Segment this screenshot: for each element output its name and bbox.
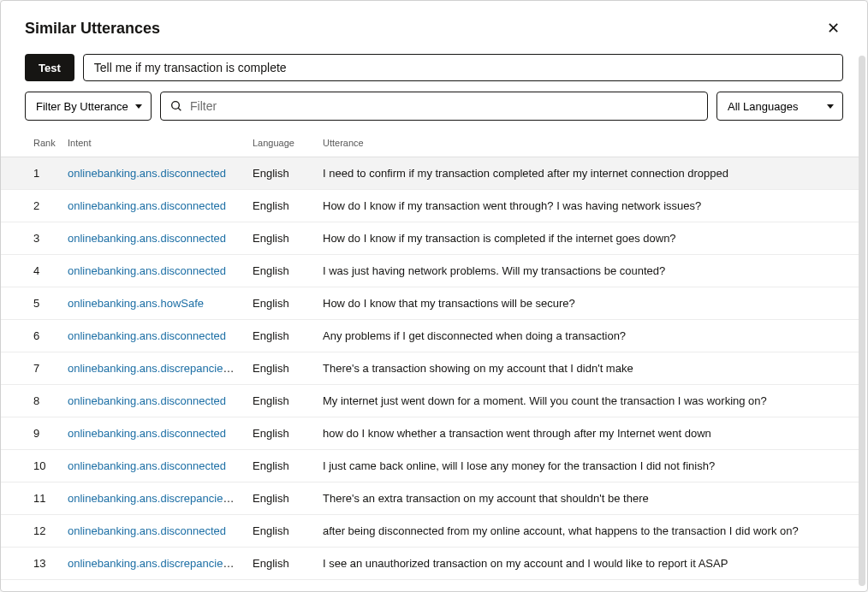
cell-utterance: There's an extra transaction on my accou… [316, 482, 859, 515]
table-row[interactable]: 4onlinebanking.ans.disconnectedEnglishI … [1, 255, 859, 287]
intent-link[interactable]: onlinebanking.ans.disconnected [68, 232, 226, 245]
intent-link[interactable]: onlinebanking.ans.howSafe [68, 297, 204, 310]
cell-rank: 7 [1, 352, 61, 385]
cell-intent: onlinebanking.ans.disconnected [61, 417, 246, 450]
col-header-intent[interactable]: Intent [61, 129, 246, 157]
cell-rank: 8 [1, 385, 61, 417]
svg-point-0 [172, 102, 180, 110]
cell-language: English [246, 548, 316, 580]
cell-utterance: How do I know that my transactions will … [316, 287, 859, 320]
table-row[interactable]: 5onlinebanking.ans.howSafeEnglishHow do … [1, 287, 859, 320]
intent-link[interactable]: onlinebanking.ans.discrepanciesInAccount [68, 492, 246, 505]
filter-by-label: Filter By Utterance [36, 100, 128, 113]
intent-link[interactable]: onlinebanking.ans.discrepanciesInAccount [68, 557, 246, 570]
intent-link[interactable]: onlinebanking.ans.discrepanciesInAccount [68, 362, 246, 375]
cell-utterance: how do I know whether a transaction went… [316, 417, 859, 450]
test-button[interactable]: Test [25, 54, 74, 81]
search-icon [169, 99, 183, 113]
filter-row: Filter By Utterance All Languages [25, 92, 843, 121]
cell-intent: onlinebanking.ans.discrepanciesInAccount [61, 482, 246, 515]
cell-language: English [246, 157, 316, 190]
cell-rank: 12 [1, 515, 61, 548]
results-table-wrap: Rank Intent Language Utterance 1onlineba… [1, 129, 867, 591]
cell-language: English [246, 320, 316, 352]
intent-link[interactable]: onlinebanking.ans.disconnected [68, 459, 226, 472]
cell-rank: 2 [1, 190, 61, 222]
utterance-input[interactable] [83, 54, 843, 81]
cell-rank: 10 [1, 450, 61, 482]
cell-rank: 4 [1, 255, 61, 287]
cell-intent: onlinebanking.ans.howSafe [61, 287, 246, 320]
col-header-utterance[interactable]: Utterance [316, 129, 859, 157]
results-table: Rank Intent Language Utterance 1onlineba… [1, 129, 859, 580]
filter-search[interactable] [160, 92, 708, 121]
table-row[interactable]: 2onlinebanking.ans.disconnectedEnglishHo… [1, 190, 859, 222]
chevron-down-icon [827, 104, 834, 109]
intent-link[interactable]: onlinebanking.ans.disconnected [68, 264, 226, 277]
intent-link[interactable]: onlinebanking.ans.disconnected [68, 394, 226, 407]
table-row[interactable]: 6onlinebanking.ans.disconnectedEnglishAn… [1, 320, 859, 352]
cell-rank: 3 [1, 222, 61, 255]
cell-language: English [246, 515, 316, 548]
table-row[interactable]: 3onlinebanking.ans.disconnectedEnglishHo… [1, 222, 859, 255]
cell-utterance: How do I know if my transaction is compl… [316, 222, 859, 255]
cell-rank: 9 [1, 417, 61, 450]
modal-title: Similar Utterances [25, 20, 160, 38]
intent-link[interactable]: onlinebanking.ans.disconnected [68, 329, 226, 342]
cell-utterance: after being disconnected from my online … [316, 515, 859, 548]
table-row[interactable]: 1onlinebanking.ans.disconnectedEnglishI … [1, 157, 859, 190]
table-row[interactable]: 8onlinebanking.ans.disconnectedEnglishMy… [1, 385, 859, 417]
cell-language: English [246, 190, 316, 222]
cell-language: English [246, 287, 316, 320]
cell-utterance: How do I know if my transaction went thr… [316, 190, 859, 222]
cell-rank: 11 [1, 482, 61, 515]
filter-by-select[interactable]: Filter By Utterance [25, 92, 152, 121]
table-row[interactable]: 7onlinebanking.ans.discrepanciesInAccoun… [1, 352, 859, 385]
cell-utterance: I see an unauthorized transaction on my … [316, 548, 859, 580]
cell-utterance: I need to confirm if my transaction comp… [316, 157, 859, 190]
cell-language: English [246, 352, 316, 385]
cell-language: English [246, 385, 316, 417]
table-row[interactable]: 9onlinebanking.ans.disconnectedEnglishho… [1, 417, 859, 450]
cell-utterance: My internet just went down for a moment.… [316, 385, 859, 417]
table-row[interactable]: 13onlinebanking.ans.discrepanciesInAccou… [1, 548, 859, 580]
cell-intent: onlinebanking.ans.disconnected [61, 222, 246, 255]
filter-input[interactable] [190, 99, 699, 113]
col-header-language[interactable]: Language [246, 129, 316, 157]
cell-utterance: There's a transaction showing on my acco… [316, 352, 859, 385]
intent-link[interactable]: onlinebanking.ans.disconnected [68, 524, 226, 537]
intent-link[interactable]: onlinebanking.ans.disconnected [68, 199, 226, 212]
cell-intent: onlinebanking.ans.disconnected [61, 320, 246, 352]
scrollbar[interactable] [859, 56, 865, 586]
similar-utterances-modal: Similar Utterances ✕ Test Filter By Utte… [0, 0, 868, 592]
cell-intent: onlinebanking.ans.discrepanciesInAccount [61, 548, 246, 580]
table-row[interactable]: 12onlinebanking.ans.disconnectedEnglisha… [1, 515, 859, 548]
cell-language: English [246, 255, 316, 287]
modal-header: Similar Utterances ✕ [1, 1, 867, 42]
col-header-rank[interactable]: Rank [1, 129, 61, 157]
intent-link[interactable]: onlinebanking.ans.disconnected [68, 167, 226, 180]
cell-intent: onlinebanking.ans.disconnected [61, 255, 246, 287]
cell-intent: onlinebanking.ans.disconnected [61, 515, 246, 548]
intent-link[interactable]: onlinebanking.ans.disconnected [68, 427, 226, 440]
cell-intent: onlinebanking.ans.disconnected [61, 157, 246, 190]
language-label: All Languages [728, 100, 798, 113]
table-row[interactable]: 11onlinebanking.ans.discrepanciesInAccou… [1, 482, 859, 515]
close-button[interactable]: ✕ [823, 18, 843, 38]
table-row[interactable]: 10onlinebanking.ans.disconnectedEnglishI… [1, 450, 859, 482]
svg-line-1 [178, 108, 181, 110]
cell-utterance: Any problems if I get disconnected when … [316, 320, 859, 352]
language-select[interactable]: All Languages [716, 92, 843, 121]
chevron-down-icon [135, 104, 142, 109]
controls: Test Filter By Utterance All Languages [1, 42, 867, 121]
cell-rank: 13 [1, 548, 61, 580]
cell-language: English [246, 450, 316, 482]
cell-utterance: I was just having network problems. Will… [316, 255, 859, 287]
cell-rank: 6 [1, 320, 61, 352]
cell-language: English [246, 482, 316, 515]
close-icon: ✕ [827, 19, 840, 38]
cell-rank: 1 [1, 157, 61, 190]
cell-language: English [246, 417, 316, 450]
cell-rank: 5 [1, 287, 61, 320]
test-row: Test [25, 54, 843, 81]
